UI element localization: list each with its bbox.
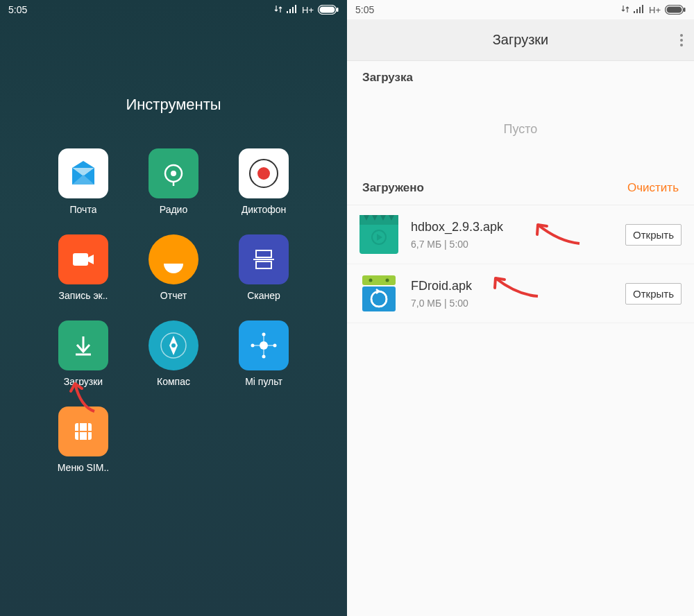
- screenrec-icon: [58, 234, 108, 284]
- network-type: H+: [302, 5, 314, 15]
- clear-button[interactable]: Очистить: [627, 181, 679, 195]
- svg-point-20: [260, 341, 268, 350]
- clock: 5:05: [355, 4, 374, 15]
- file-name: hdbox_2.9.3.apk: [411, 220, 625, 234]
- svg-rect-14: [256, 262, 271, 268]
- section-label: Загрузка: [362, 71, 413, 85]
- app-radio[interactable]: Радио: [132, 148, 215, 215]
- battery-icon: [665, 5, 686, 15]
- svg-rect-35: [639, 7, 641, 13]
- downloads-icon: [58, 320, 108, 370]
- svg-rect-36: [642, 5, 643, 13]
- scanner-icon: [239, 234, 289, 284]
- right-screen: 5:05 H+ Загрузки Загрузка Пусто Загружен…: [347, 0, 694, 616]
- svg-point-44: [369, 279, 373, 282]
- file-name: FDroid.apk: [411, 279, 625, 293]
- svg-point-24: [273, 344, 277, 348]
- svg-rect-2: [292, 7, 294, 13]
- app-label: Почта: [70, 204, 97, 215]
- svg-point-23: [251, 344, 255, 348]
- statusbar-right: 5:05 H+: [347, 0, 694, 19]
- app-screenrec[interactable]: Запись эк..: [42, 234, 125, 301]
- open-button[interactable]: Открыть: [625, 283, 682, 305]
- svg-point-19: [171, 343, 176, 348]
- file-thumb-hdbox: [359, 215, 398, 254]
- clock: 5:05: [8, 4, 27, 15]
- file-meta: 7,0 МБ | 5:00: [411, 298, 625, 309]
- app-grid: Почта Радио Диктофон Запись эк.. Отчет: [0, 148, 347, 473]
- download-item[interactable]: hdbox_2.9.3.apk 6,7 МБ | 5:00 Открыть: [347, 205, 694, 264]
- svg-rect-33: [634, 11, 635, 13]
- header-title: Загрузки: [493, 32, 549, 48]
- file-thumb-fdroid: [359, 274, 398, 313]
- svg-rect-34: [636, 9, 638, 13]
- data-arrows-icon: [274, 5, 282, 15]
- section-label: Загружено: [362, 181, 424, 195]
- app-scanner[interactable]: Сканер: [222, 234, 305, 301]
- radio-icon: [149, 148, 198, 198]
- svg-rect-0: [287, 11, 288, 13]
- file-info: hdbox_2.9.3.apk 6,7 МБ | 5:00: [411, 220, 625, 250]
- mail-icon: [58, 148, 108, 198]
- status-icons: H+: [621, 5, 686, 15]
- app-mail[interactable]: Почта: [42, 148, 125, 215]
- svg-point-8: [171, 171, 176, 176]
- app-label: Компас: [157, 376, 190, 387]
- section-downloaded: Загружено Очистить: [347, 171, 694, 205]
- left-screen: 5:05 H+ Инструменты Почта Радио: [0, 0, 347, 616]
- app-label: Меню SIM..: [58, 462, 109, 473]
- svg-rect-5: [320, 7, 335, 13]
- svg-point-21: [262, 333, 266, 336]
- svg-rect-39: [684, 8, 686, 12]
- svg-rect-3: [295, 5, 296, 13]
- svg-rect-6: [337, 8, 339, 12]
- app-compass[interactable]: Компас: [132, 320, 215, 387]
- svg-rect-38: [667, 7, 682, 13]
- app-label: Радио: [160, 204, 187, 215]
- open-button[interactable]: Открыть: [625, 224, 682, 246]
- network-type: H+: [649, 5, 661, 15]
- app-miremote[interactable]: Mi пульт: [222, 320, 305, 387]
- signal-icon: [634, 5, 645, 15]
- file-info: FDroid.apk 7,0 МБ | 5:00: [411, 279, 625, 309]
- app-label: Отчет: [160, 290, 187, 301]
- app-sim[interactable]: Меню SIM..: [42, 407, 125, 473]
- menu-button[interactable]: [680, 34, 683, 46]
- compass-icon: [149, 320, 198, 370]
- app-downloads[interactable]: Загрузки: [42, 320, 125, 387]
- app-recorder[interactable]: Диктофон: [222, 148, 305, 215]
- app-label: Диктофон: [242, 204, 287, 215]
- recorder-icon: [239, 148, 289, 198]
- statusbar-left: 5:05 H+: [0, 0, 347, 19]
- sim-icon: [58, 407, 108, 456]
- svg-point-22: [262, 355, 266, 359]
- app-report[interactable]: Отчет: [132, 234, 215, 301]
- svg-rect-43: [362, 275, 396, 285]
- app-label: Mi пульт: [245, 376, 282, 387]
- app-header: Загрузки: [347, 19, 694, 61]
- data-arrows-icon: [621, 5, 629, 15]
- download-list: hdbox_2.9.3.apk 6,7 МБ | 5:00 Открыть FD…: [347, 205, 694, 323]
- svg-rect-12: [73, 253, 88, 266]
- miremote-icon: [239, 320, 289, 370]
- app-label: Сканер: [247, 290, 280, 301]
- download-item[interactable]: FDroid.apk 7,0 МБ | 5:00 Открыть: [347, 264, 694, 323]
- battery-icon: [318, 5, 339, 15]
- status-icons: H+: [274, 5, 339, 15]
- svg-rect-46: [362, 286, 396, 311]
- signal-icon: [287, 5, 298, 15]
- svg-point-45: [386, 279, 389, 282]
- section-downloading: Загрузка: [347, 61, 694, 94]
- file-meta: 6,7 МБ | 5:00: [411, 239, 625, 250]
- app-label: Загрузки: [64, 376, 103, 387]
- svg-rect-13: [256, 250, 271, 257]
- report-icon: [149, 234, 198, 284]
- svg-point-11: [257, 167, 270, 180]
- empty-state: Пусто: [347, 94, 694, 171]
- svg-rect-1: [289, 9, 291, 13]
- app-label: Запись эк..: [59, 290, 108, 301]
- folder-title: Инструменты: [0, 96, 347, 114]
